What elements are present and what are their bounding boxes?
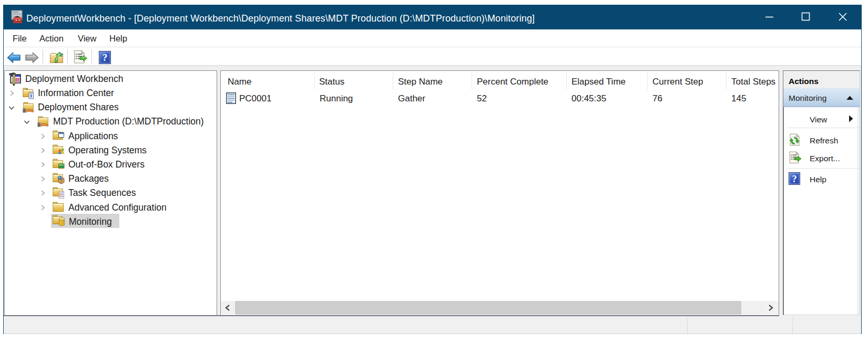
svg-text:?: ?: [792, 174, 797, 184]
svg-text:?: ?: [103, 52, 108, 63]
